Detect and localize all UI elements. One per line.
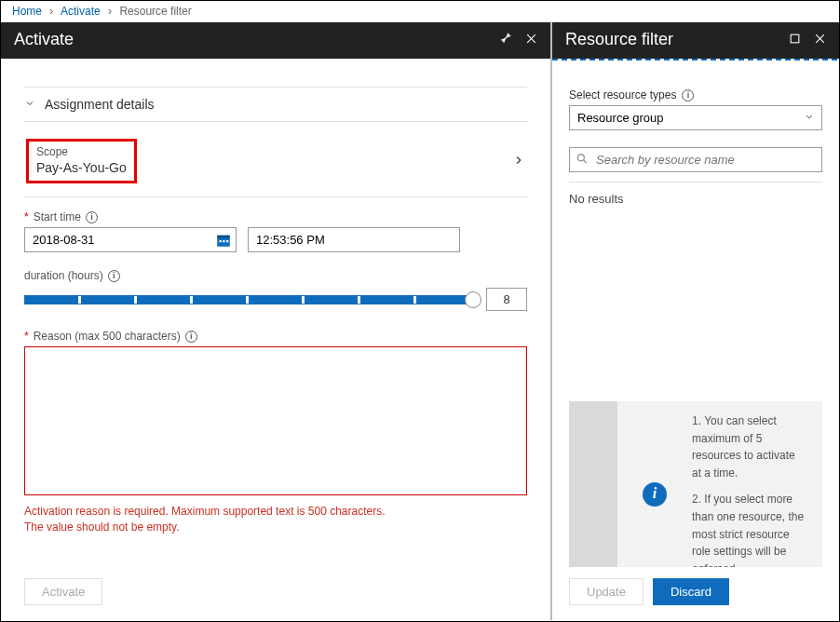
breadcrumb-current: Resource filter bbox=[119, 5, 191, 18]
close-icon[interactable] bbox=[525, 33, 537, 47]
start-time-label: Start time i bbox=[24, 210, 527, 223]
info-icon[interactable]: i bbox=[682, 89, 694, 101]
resource-filter-panel: Resource filter Select resource types i … bbox=[552, 22, 839, 620]
resource-filter-header: Resource filter bbox=[552, 22, 839, 59]
no-results-text: No results bbox=[569, 192, 822, 206]
breadcrumb: Home › Activate › Resource filter bbox=[1, 1, 839, 22]
panel-title: Resource filter bbox=[565, 30, 673, 49]
info-icon[interactable]: i bbox=[185, 331, 197, 343]
scope-label: Scope bbox=[36, 145, 127, 158]
update-button[interactable]: Update bbox=[569, 578, 644, 605]
calendar-icon[interactable] bbox=[211, 228, 236, 251]
start-time-input[interactable] bbox=[248, 227, 460, 252]
search-icon bbox=[576, 152, 589, 168]
reason-error: Activation reason is required. Maximum s… bbox=[24, 504, 527, 536]
activate-button[interactable]: Activate bbox=[24, 578, 102, 605]
scope-value: Pay-As-You-Go bbox=[36, 160, 127, 175]
svg-rect-3 bbox=[223, 240, 224, 242]
svg-rect-2 bbox=[220, 240, 222, 242]
activate-panel-header: Activate bbox=[1, 22, 550, 59]
close-icon[interactable] bbox=[814, 33, 826, 47]
assignment-details-toggle[interactable]: Assignment details bbox=[24, 88, 527, 122]
info-icon: i bbox=[643, 482, 667, 507]
svg-point-6 bbox=[577, 154, 584, 160]
reason-label: Reason (max 500 characters) i bbox=[24, 330, 527, 343]
svg-rect-1 bbox=[217, 235, 230, 237]
resource-type-select[interactable]: Resource group bbox=[569, 105, 822, 130]
maximize-icon[interactable] bbox=[789, 33, 801, 47]
info-box: i 1. You can select maximum of 5 resourc… bbox=[569, 401, 822, 567]
svg-rect-5 bbox=[791, 34, 799, 43]
chevron-right-icon: › bbox=[49, 5, 53, 18]
chevron-right-icon bbox=[512, 154, 525, 169]
breadcrumb-activate[interactable]: Activate bbox=[61, 5, 101, 18]
info-icon[interactable]: i bbox=[108, 270, 120, 282]
duration-value[interactable]: 8 bbox=[486, 288, 527, 311]
reason-textarea[interactable] bbox=[24, 346, 527, 495]
info-text-2: 2. If you select more than one resource,… bbox=[692, 491, 807, 567]
info-text-1: 1. You can select maximum of 5 resources… bbox=[692, 412, 807, 481]
activate-panel: Activate Assignment details Scope bbox=[1, 22, 552, 620]
discard-button[interactable]: Discard bbox=[653, 578, 729, 605]
start-date-input[interactable] bbox=[24, 227, 237, 252]
scope-row[interactable]: Scope Pay-As-You-Go bbox=[24, 133, 527, 197]
duration-slider[interactable] bbox=[24, 295, 473, 304]
resource-search-input[interactable] bbox=[569, 147, 822, 172]
info-icon[interactable]: i bbox=[86, 211, 98, 223]
resource-types-label: Select resource types i bbox=[569, 88, 822, 101]
panel-title: Activate bbox=[14, 30, 74, 49]
duration-label: duration (hours) i bbox=[24, 269, 527, 282]
chevron-right-icon: › bbox=[108, 5, 112, 18]
svg-rect-4 bbox=[226, 240, 228, 242]
pin-icon[interactable] bbox=[499, 32, 512, 47]
chevron-down-icon bbox=[24, 97, 35, 112]
breadcrumb-home[interactable]: Home bbox=[12, 5, 42, 18]
slider-thumb[interactable] bbox=[465, 291, 481, 308]
section-title: Assignment details bbox=[45, 97, 155, 112]
